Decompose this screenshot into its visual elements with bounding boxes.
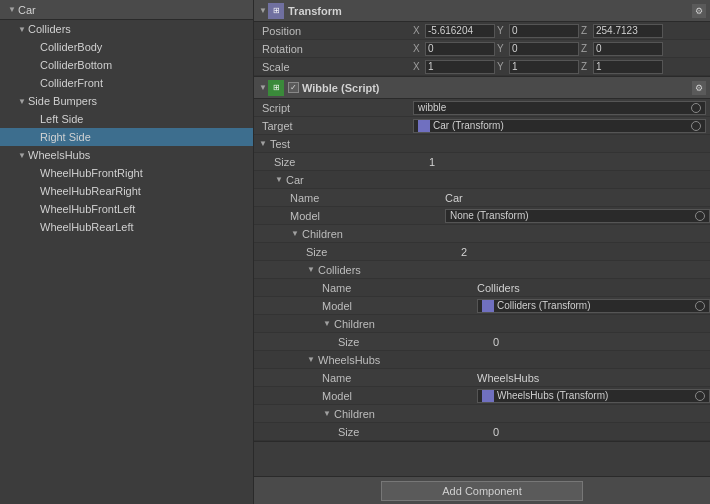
car-model-field[interactable]: None (Transform) bbox=[445, 209, 710, 223]
wheelshubs-name-value: WheelsHubs bbox=[477, 372, 710, 384]
wheelshubs-model-value: WheelsHubs (Transform) bbox=[477, 389, 710, 403]
tree-item-wheel-rear-left[interactable]: WheelHubRearLeft bbox=[0, 218, 253, 236]
colliders-model-row: Model Colliders (Transform) bbox=[254, 297, 710, 315]
position-z-input[interactable] bbox=[593, 24, 663, 38]
wheelshubs-name-label: Name bbox=[322, 372, 477, 384]
rotation-xyz: X Y Z bbox=[413, 42, 706, 56]
tree-item-right-side[interactable]: Right Side bbox=[0, 128, 253, 146]
collider-body-label: ColliderBody bbox=[40, 41, 102, 53]
rotation-z-input[interactable] bbox=[593, 42, 663, 56]
rotation-y-letter: Y bbox=[497, 43, 507, 54]
wheelshubs-model-field[interactable]: WheelsHubs (Transform) bbox=[477, 389, 710, 403]
test-section-row: Test bbox=[254, 135, 710, 153]
car-arrow[interactable] bbox=[6, 4, 18, 16]
wheel-front-left-label: WheelHubFrontLeft bbox=[40, 203, 135, 215]
tree-item-collider-front[interactable]: ColliderFront bbox=[0, 74, 253, 92]
collider-bottom-arrow bbox=[28, 59, 40, 71]
scale-x-input[interactable] bbox=[425, 60, 495, 74]
car-children-size-value: 2 bbox=[461, 246, 710, 258]
colliders-children-size-row: Size 0 bbox=[254, 333, 710, 351]
colliders-sub-row: Colliders bbox=[254, 261, 710, 279]
wheelshubs-children-row: Children bbox=[254, 405, 710, 423]
wibble-settings-button[interactable]: ⚙ bbox=[692, 81, 706, 95]
scale-z-item: Z bbox=[581, 60, 663, 74]
colliders-model-text: Colliders (Transform) bbox=[497, 300, 591, 311]
colliders-model-picker[interactable] bbox=[695, 301, 705, 311]
colliders-label: Colliders bbox=[28, 23, 71, 35]
target-field[interactable]: Car (Transform) bbox=[413, 119, 706, 133]
transform-header-buttons: ⚙ bbox=[692, 4, 706, 18]
wheel-rear-left-label: WheelHubRearLeft bbox=[40, 221, 134, 233]
target-value: Car (Transform) bbox=[433, 120, 504, 131]
test-arrow[interactable] bbox=[258, 139, 268, 148]
wheelshubs-children-arrow[interactable] bbox=[322, 409, 332, 418]
side-bumpers-label: Side Bumpers bbox=[28, 95, 97, 107]
scale-z-input[interactable] bbox=[593, 60, 663, 74]
tree-item-wheel-front-left[interactable]: WheelHubFrontLeft bbox=[0, 200, 253, 218]
car-section-arrow[interactable] bbox=[274, 175, 284, 184]
car-name-row: Name Car bbox=[254, 189, 710, 207]
rotation-y-input[interactable] bbox=[509, 42, 579, 56]
car-model-picker[interactable] bbox=[695, 211, 705, 221]
script-field[interactable]: wibble bbox=[413, 101, 706, 115]
wibble-component: ⊞ ✓ Wibble (Script) ⚙ Script wibble Targ… bbox=[254, 77, 710, 442]
side-bumpers-arrow[interactable] bbox=[16, 95, 28, 107]
scale-z-letter: Z bbox=[581, 61, 591, 72]
rotation-x-input[interactable] bbox=[425, 42, 495, 56]
tree-item-colliders[interactable]: Colliders bbox=[0, 20, 253, 38]
colliders-model-field[interactable]: Colliders (Transform) bbox=[477, 299, 710, 313]
position-z-item: Z bbox=[581, 24, 663, 38]
tree-item-wheel-front-right[interactable]: WheelHubFrontRight bbox=[0, 164, 253, 182]
colliders-children-size-label: Size bbox=[338, 336, 493, 348]
test-size-row: Size 1 bbox=[254, 153, 710, 171]
colliders-arrow[interactable] bbox=[16, 23, 28, 35]
position-x-input[interactable] bbox=[425, 24, 495, 38]
scale-y-input[interactable] bbox=[509, 60, 579, 74]
wheelshubs-sub-arrow[interactable] bbox=[306, 355, 316, 364]
rotation-row: Rotation X Y Z bbox=[254, 40, 710, 58]
wheelshubs-children-size-label: Size bbox=[338, 426, 493, 438]
car-children-arrow[interactable] bbox=[290, 229, 300, 238]
transform-settings-button[interactable]: ⚙ bbox=[692, 4, 706, 18]
wheelshubs-model-row: Model WheelsHubs (Transform) bbox=[254, 387, 710, 405]
transform-icon: ⊞ bbox=[268, 3, 284, 19]
scale-label: Scale bbox=[258, 61, 413, 73]
position-z-letter: Z bbox=[581, 25, 591, 36]
wheelshubs-arrow[interactable] bbox=[16, 149, 28, 161]
colliders-sub-arrow[interactable] bbox=[306, 265, 316, 274]
wibble-arrow[interactable] bbox=[258, 83, 268, 92]
colliders-model-value: Colliders (Transform) bbox=[477, 299, 710, 313]
rotation-z-letter: Z bbox=[581, 43, 591, 54]
rotation-label: Rotation bbox=[258, 43, 413, 55]
transform-arrow[interactable] bbox=[258, 6, 268, 15]
rotation-x-letter: X bbox=[413, 43, 423, 54]
wibble-header-buttons: ⚙ bbox=[692, 81, 706, 95]
left-side-arrow bbox=[28, 113, 40, 125]
wheelshubs-children-size-value: 0 bbox=[493, 426, 710, 438]
tree-item-collider-bottom[interactable]: ColliderBottom bbox=[0, 56, 253, 74]
script-picker-button[interactable] bbox=[691, 103, 701, 113]
test-size-label: Size bbox=[274, 156, 429, 168]
tree-item-left-side[interactable]: Left Side bbox=[0, 110, 253, 128]
wibble-enabled-checkbox[interactable]: ✓ bbox=[288, 82, 299, 93]
colliders-children-arrow[interactable] bbox=[322, 319, 332, 328]
wheelshubs-children-size-row: Size 0 bbox=[254, 423, 710, 441]
wheelshubs-model-picker[interactable] bbox=[695, 391, 705, 401]
tree-item-side-bumpers[interactable]: Side Bumpers bbox=[0, 92, 253, 110]
target-row: Target Car (Transform) bbox=[254, 117, 710, 135]
add-component-button[interactable]: Add Component bbox=[381, 481, 583, 501]
position-y-item: Y bbox=[497, 24, 579, 38]
scale-x-letter: X bbox=[413, 61, 423, 72]
wibble-header: ⊞ ✓ Wibble (Script) ⚙ bbox=[254, 77, 710, 99]
tree-item-collider-body[interactable]: ColliderBody bbox=[0, 38, 253, 56]
wheelshubs-model-text: WheelsHubs (Transform) bbox=[497, 390, 608, 401]
tree-item-wheelshubs[interactable]: WheelsHubs bbox=[0, 146, 253, 164]
rotation-value-group: X Y Z bbox=[413, 42, 706, 56]
position-x-item: X bbox=[413, 24, 495, 38]
target-picker-button[interactable] bbox=[691, 121, 701, 131]
rotation-x-item: X bbox=[413, 42, 495, 56]
tree-item-wheel-rear-right[interactable]: WheelHubRearRight bbox=[0, 182, 253, 200]
rotation-y-item: Y bbox=[497, 42, 579, 56]
position-y-input[interactable] bbox=[509, 24, 579, 38]
position-label: Position bbox=[258, 25, 413, 37]
